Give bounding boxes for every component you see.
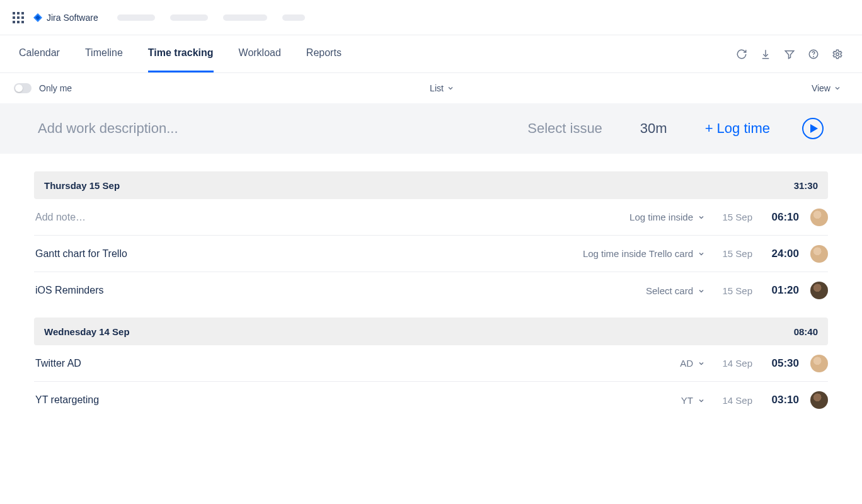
entry-date: 15 Sep — [716, 212, 752, 222]
entry-title: YT retargeting — [35, 394, 670, 406]
user-avatar[interactable] — [810, 245, 828, 263]
jira-logo-icon — [33, 13, 43, 23]
svg-rect-0 — [13, 12, 15, 14]
log-time-button[interactable]: + Log time — [705, 120, 770, 137]
svg-rect-1 — [17, 12, 20, 14]
entry-date: 15 Sep — [716, 248, 752, 259]
tab-time-tracking[interactable]: Time tracking — [148, 35, 214, 72]
chevron-down-icon — [698, 285, 704, 296]
chevron-down-icon — [447, 83, 454, 93]
entry-card-select[interactable]: AD — [680, 358, 704, 369]
top-bar: Jira Software — [0, 0, 862, 35]
group-date: Wednesday 14 Sep — [44, 326, 130, 337]
chevron-down-icon — [698, 358, 704, 369]
group-header: Thursday 15 Sep31:30 — [34, 171, 828, 199]
svg-rect-6 — [13, 21, 15, 23]
time-entry-row[interactable]: Gantt chart for TrelloLog time inside Tr… — [34, 236, 828, 272]
time-entries: Thursday 15 Sep31:30Add note…Log time in… — [0, 154, 862, 418]
only-me-label: Only me — [39, 83, 72, 93]
group-header: Wednesday 14 Sep08:40 — [34, 318, 828, 345]
entry-title: Gantt chart for Trello — [35, 248, 572, 260]
entry-card-select[interactable]: Log time inside Trello card — [583, 248, 704, 259]
chevron-down-icon — [698, 395, 704, 406]
svg-point-11 — [836, 52, 839, 55]
entry-card-select[interactable]: Log time inside — [629, 212, 704, 222]
brand[interactable]: Jira Software — [33, 13, 98, 23]
view-label: View — [812, 83, 830, 93]
list-label: List — [430, 83, 444, 93]
chevron-down-icon — [698, 248, 704, 259]
filter-bar: Only me List View — [0, 73, 862, 103]
tab-reports[interactable]: Reports — [306, 35, 342, 72]
entry-duration: 06:10 — [764, 211, 799, 224]
tabs-bar: Calendar Timeline Time tracking Workload… — [0, 35, 862, 73]
entry-duration: 24:00 — [764, 248, 799, 260]
user-avatar[interactable] — [810, 355, 828, 372]
entry-duration: 05:30 — [764, 357, 799, 370]
svg-rect-2 — [21, 12, 24, 14]
tab-workload[interactable]: Workload — [239, 35, 281, 72]
download-icon[interactable] — [760, 49, 771, 60]
brand-name: Jira Software — [47, 13, 98, 23]
time-entry-row[interactable]: YT retargetingYT14 Sep03:10 — [34, 382, 828, 418]
chevron-down-icon — [834, 83, 841, 93]
entry-duration: 03:10 — [764, 394, 799, 406]
toolbar-icons — [736, 49, 843, 60]
list-dropdown[interactable]: List — [430, 83, 454, 93]
time-entry-row[interactable]: iOS RemindersSelect card15 Sep01:20 — [34, 272, 828, 309]
duration-value[interactable]: 30m — [640, 120, 667, 137]
settings-icon[interactable] — [832, 49, 843, 60]
app-switcher-icon[interactable] — [13, 12, 24, 23]
help-icon[interactable] — [808, 49, 819, 60]
entry-card-select[interactable]: YT — [681, 395, 704, 406]
refresh-icon[interactable] — [736, 49, 747, 60]
tabs: Calendar Timeline Time tracking Workload… — [19, 35, 342, 72]
entry-date: 15 Sep — [716, 285, 752, 296]
entry-title: Twitter AD — [35, 358, 669, 369]
entry-date: 14 Sep — [716, 358, 752, 369]
play-button[interactable] — [802, 117, 824, 140]
svg-rect-8 — [21, 21, 24, 23]
svg-rect-4 — [17, 16, 20, 19]
entry-card-select[interactable]: Select card — [646, 285, 704, 296]
group-total: 08:40 — [794, 326, 818, 337]
svg-rect-5 — [21, 16, 24, 19]
time-entry-row[interactable]: Add note…Log time inside15 Sep06:10 — [34, 199, 828, 236]
time-entry-row[interactable]: Twitter ADAD14 Sep05:30 — [34, 345, 828, 382]
select-issue-button[interactable]: Select issue — [527, 120, 602, 137]
only-me-toggle[interactable] — [14, 83, 32, 93]
add-note-input[interactable]: Add note… — [35, 212, 618, 223]
work-description-input[interactable]: Add work description... — [38, 120, 509, 137]
entry-date: 14 Sep — [716, 395, 752, 406]
entry-duration: 01:20 — [764, 284, 799, 297]
user-avatar[interactable] — [810, 282, 828, 299]
tab-calendar[interactable]: Calendar — [19, 35, 60, 72]
user-avatar[interactable] — [810, 209, 828, 226]
svg-point-10 — [813, 56, 814, 57]
user-avatar[interactable] — [810, 391, 828, 409]
breadcrumb-skeleton — [117, 14, 305, 21]
group-date: Thursday 15 Sep — [44, 180, 120, 191]
svg-rect-7 — [17, 21, 20, 23]
svg-rect-3 — [13, 16, 15, 19]
entry-title: iOS Reminders — [35, 285, 635, 296]
group-total: 31:30 — [794, 180, 818, 191]
log-bar: Add work description... Select issue 30m… — [0, 103, 862, 154]
filter-icon[interactable] — [784, 49, 795, 60]
tab-timeline[interactable]: Timeline — [85, 35, 123, 72]
view-dropdown[interactable]: View — [812, 83, 841, 93]
chevron-down-icon — [698, 212, 704, 222]
